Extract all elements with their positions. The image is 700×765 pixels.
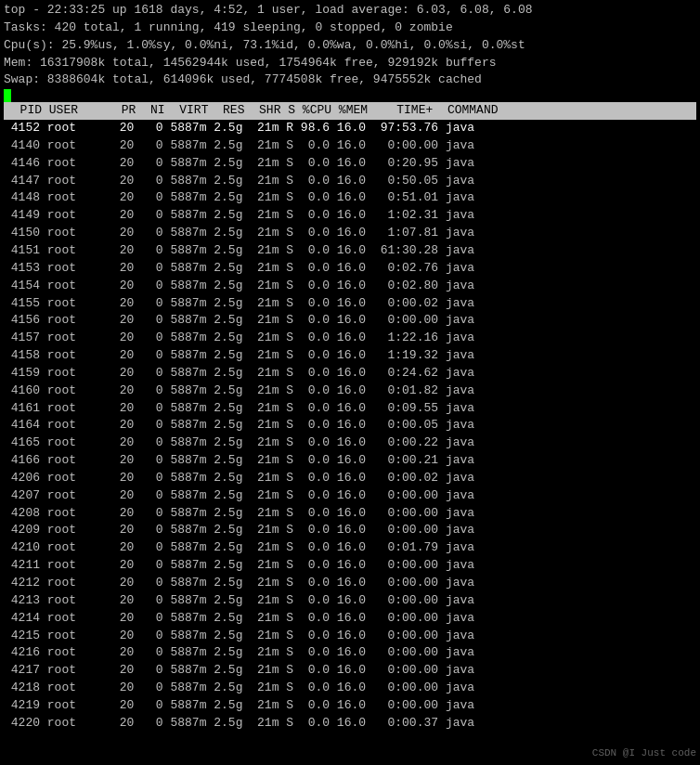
table-row: 4211 root 20 0 5887m 2.5g 21m S 0.0 16.0…	[4, 557, 696, 575]
table-row: 4208 root 20 0 5887m 2.5g 21m S 0.0 16.0…	[4, 505, 696, 523]
table-row: 4161 root 20 0 5887m 2.5g 21m S 0.0 16.0…	[4, 400, 696, 418]
cursor-block	[4, 89, 11, 102]
table-row: 4214 root 20 0 5887m 2.5g 21m S 0.0 16.0…	[4, 610, 696, 628]
header-line-3: Cpu(s): 25.9%us, 1.0%sy, 0.0%ni, 73.1%id…	[4, 37, 696, 55]
table-row: 4220 root 20 0 5887m 2.5g 21m S 0.0 16.0…	[4, 715, 696, 733]
table-row: 4152 root 20 0 5887m 2.5g 21m R 98.6 16.…	[4, 120, 696, 137]
table-row: 4218 root 20 0 5887m 2.5g 21m S 0.0 16.0…	[4, 680, 696, 697]
table-row: 4160 root 20 0 5887m 2.5g 21m S 0.0 16.0…	[4, 382, 696, 400]
table-rows: 4152 root 20 0 5887m 2.5g 21m R 98.6 16.…	[4, 120, 696, 733]
table-row: 4155 root 20 0 5887m 2.5g 21m S 0.0 16.0…	[4, 295, 696, 313]
table-row: 4165 root 20 0 5887m 2.5g 21m S 0.0 16.0…	[4, 434, 696, 452]
cursor-line	[4, 89, 696, 102]
terminal: top - 22:33:25 up 1618 days, 4:52, 1 use…	[0, 0, 700, 765]
table-row: 4149 root 20 0 5887m 2.5g 21m S 0.0 16.0…	[4, 207, 696, 225]
table-row: 4154 root 20 0 5887m 2.5g 21m S 0.0 16.0…	[4, 278, 696, 295]
table-row: 4217 root 20 0 5887m 2.5g 21m S 0.0 16.0…	[4, 662, 696, 680]
header-line-1: top - 22:33:25 up 1618 days, 4:52, 1 use…	[4, 2, 696, 19]
table-row: 4140 root 20 0 5887m 2.5g 21m S 0.0 16.0…	[4, 137, 696, 155]
table-row: 4212 root 20 0 5887m 2.5g 21m S 0.0 16.0…	[4, 575, 696, 592]
table-row: 4153 root 20 0 5887m 2.5g 21m S 0.0 16.0…	[4, 260, 696, 278]
table-row: 4209 root 20 0 5887m 2.5g 21m S 0.0 16.0…	[4, 522, 696, 539]
header-line-5: Swap: 8388604k total, 614096k used, 7774…	[4, 71, 696, 89]
table-row: 4148 root 20 0 5887m 2.5g 21m S 0.0 16.0…	[4, 189, 696, 207]
table-row: 4159 root 20 0 5887m 2.5g 21m S 0.0 16.0…	[4, 365, 696, 382]
table-row: 4158 root 20 0 5887m 2.5g 21m S 0.0 16.0…	[4, 347, 696, 365]
table-row: 4150 root 20 0 5887m 2.5g 21m S 0.0 16.0…	[4, 225, 696, 242]
header-section: top - 22:33:25 up 1618 days, 4:52, 1 use…	[4, 2, 696, 89]
table-row: 4216 root 20 0 5887m 2.5g 21m S 0.0 16.0…	[4, 644, 696, 662]
table-row: 4166 root 20 0 5887m 2.5g 21m S 0.0 16.0…	[4, 452, 696, 470]
table-row: 4206 root 20 0 5887m 2.5g 21m S 0.0 16.0…	[4, 470, 696, 487]
table-header: PID USER PR NI VIRT RES SHR S %CPU %MEM …	[4, 102, 696, 120]
table-row: 4164 root 20 0 5887m 2.5g 21m S 0.0 16.0…	[4, 417, 696, 434]
table-row: 4215 root 20 0 5887m 2.5g 21m S 0.0 16.0…	[4, 628, 696, 645]
header-line-2: Tasks: 420 total, 1 running, 419 sleepin…	[4, 19, 696, 37]
table-row: 4207 root 20 0 5887m 2.5g 21m S 0.0 16.0…	[4, 487, 696, 505]
header-line-4: Mem: 16317908k total, 14562944k used, 17…	[4, 55, 696, 72]
table-row: 4219 root 20 0 5887m 2.5g 21m S 0.0 16.0…	[4, 697, 696, 715]
table-row: 4157 root 20 0 5887m 2.5g 21m S 0.0 16.0…	[4, 330, 696, 347]
table-row: 4156 root 20 0 5887m 2.5g 21m S 0.0 16.0…	[4, 312, 696, 330]
table-container: PID USER PR NI VIRT RES SHR S %CPU %MEM …	[4, 102, 696, 732]
table-row: 4213 root 20 0 5887m 2.5g 21m S 0.0 16.0…	[4, 592, 696, 610]
watermark: CSDN @I Just code	[592, 746, 696, 761]
table-row: 4210 root 20 0 5887m 2.5g 21m S 0.0 16.0…	[4, 539, 696, 557]
table-row: 4146 root 20 0 5887m 2.5g 21m S 0.0 16.0…	[4, 155, 696, 173]
table-row: 4151 root 20 0 5887m 2.5g 21m S 0.0 16.0…	[4, 242, 696, 260]
table-row: 4147 root 20 0 5887m 2.5g 21m S 0.0 16.0…	[4, 173, 696, 190]
